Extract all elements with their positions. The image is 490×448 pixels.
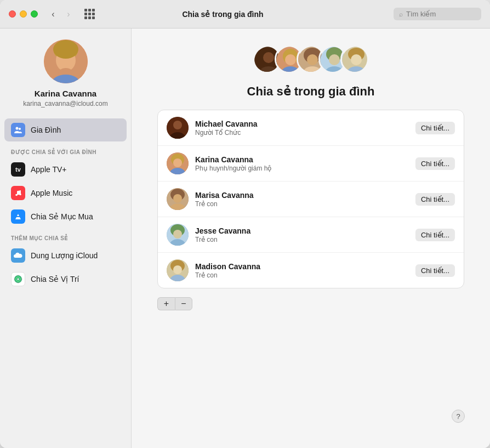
member-role: Trẻ con [195, 236, 409, 243]
svg-point-3 [53, 40, 78, 59]
close-button[interactable] [9, 10, 16, 18]
member-info-jesse: Jesse Cavanna Trẻ con [195, 226, 409, 243]
member-info-marisa: Marisa Cavanna Trẻ con [195, 191, 409, 208]
family-label: Gia Đình [31, 126, 61, 134]
applemusic-label: Apple Music [31, 189, 72, 197]
sidebar-item-icloud[interactable]: Dung Lượng iCloud [4, 244, 127, 267]
remove-member-button[interactable]: − [175, 297, 192, 310]
family-avatars [253, 45, 369, 73]
main-content: Karina Cavanna karina_cavanna@icloud.com… [0, 29, 490, 448]
svg-point-26 [307, 54, 318, 65]
sidebar-item-location[interactable]: Chia Sẻ Vị Trí [4, 268, 127, 291]
member-row: Karina Cavanna Phụ huynh/người giám hộ C… [158, 146, 464, 182]
search-icon: ⌕ [399, 10, 403, 18]
maximize-button[interactable] [31, 10, 38, 18]
minimize-button[interactable] [20, 10, 27, 18]
member-row: Michael Cavanna Người Tổ Chức Chi tiết..… [158, 110, 464, 146]
icloud-icon [11, 248, 25, 263]
add-member-button[interactable]: + [157, 297, 175, 310]
sidebar: Karina Cavanna karina_cavanna@icloud.com… [0, 29, 132, 448]
family-icon [11, 123, 25, 137]
svg-point-8 [15, 194, 18, 196]
purchase-label: Chia Sẻ Mục Mua [31, 212, 93, 221]
member-row: Marisa Cavanna Trẻ con Chi tiết... [158, 182, 464, 217]
location-label: Chia Sẻ Vị Trí [31, 275, 79, 283]
svg-point-45 [173, 194, 182, 203]
svg-point-18 [263, 52, 274, 63]
member-info-michael: Michael Cavanna Người Tổ Chức [195, 120, 409, 137]
detail-wrapper: Chia sẻ trong gia đình Mi [148, 45, 474, 432]
shared-section-label: ĐƯỢC CHIA SẺ VỚI GIA ĐÌNH [4, 143, 127, 157]
member-avatar-marisa [167, 188, 189, 210]
sidebar-item-family[interactable]: Gia Đình [4, 118, 127, 141]
family-avatar-5 [340, 45, 369, 73]
member-role: Người Tổ Chức [195, 129, 409, 137]
avatar [44, 39, 88, 83]
detail-button-michael[interactable]: Chi tiết... [415, 122, 455, 134]
member-avatar-jesse [167, 224, 189, 246]
svg-point-34 [351, 54, 362, 65]
member-info-madison: Madison Cavanna Trẻ con [195, 262, 409, 279]
icloud-label: Dung Lượng iCloud [31, 251, 98, 260]
svg-point-30 [329, 54, 340, 65]
detail-button-jesse[interactable]: Chi tiết... [415, 229, 455, 241]
sidebar-nav: Gia Đình ĐƯỢC CHIA SẺ VỚI GIA ĐÌNH tv Ap… [0, 118, 131, 291]
back-button[interactable]: ‹ [47, 8, 60, 21]
location-icon [11, 272, 25, 286]
member-role: Trẻ con [195, 271, 409, 279]
user-name: Karina Cavanna [35, 89, 96, 98]
appletv-label: Apple TV+ [31, 165, 67, 174]
search-box[interactable]: ⌕ [394, 8, 481, 20]
svg-point-7 [19, 128, 21, 130]
svg-point-12 [18, 279, 19, 280]
app-window: ‹ › Chia sẻ trong gia đình ⌕ [0, 0, 490, 448]
sidebar-item-appletv[interactable]: tv Apple TV+ [4, 158, 127, 181]
members-card: Michael Cavanna Người Tổ Chức Chi tiết..… [157, 110, 464, 288]
user-email: karina_cavanna@icloud.com [23, 100, 107, 107]
add-section-label: THÊM MỤC CHIA SẺ [4, 229, 127, 243]
titlebar: ‹ › Chia sẻ trong gia đình ⌕ [0, 0, 490, 29]
action-buttons: + − [157, 297, 192, 310]
music-icon [11, 186, 25, 200]
svg-point-49 [173, 230, 182, 239]
member-info-karina: Karina Cavanna Phụ huynh/người giám hộ [195, 155, 409, 172]
member-avatar-karina [167, 152, 189, 174]
detail-button-madison[interactable]: Chi tiết... [415, 264, 455, 277]
member-name: Michael Cavanna [195, 120, 409, 128]
member-name: Karina Cavanna [195, 155, 409, 164]
page-title: Chia sẻ trong gia đình [247, 84, 375, 99]
help-button[interactable]: ? [452, 410, 465, 423]
appstore-icon [11, 209, 25, 224]
member-name: Jesse Cavanna [195, 226, 409, 235]
appletv-icon: tv [11, 162, 25, 177]
window-title: Chia sẻ trong gia đình [59, 10, 387, 19]
detail-area: Chia sẻ trong gia đình Mi [132, 29, 490, 448]
user-profile-section: Karina Cavanna karina_cavanna@icloud.com [0, 39, 131, 118]
traffic-lights [9, 10, 38, 18]
member-name: Marisa Cavanna [195, 191, 409, 200]
member-row: Jesse Cavanna Trẻ con Chi tiết... [158, 217, 464, 253]
member-avatar-michael [167, 117, 189, 139]
search-input[interactable] [406, 10, 466, 18]
member-role: Phụ huynh/người giám hộ [195, 165, 409, 172]
svg-point-53 [173, 265, 182, 274]
detail-button-marisa[interactable]: Chi tiết... [415, 193, 455, 206]
member-role: Trẻ con [195, 200, 409, 208]
svg-point-37 [173, 121, 182, 129]
member-row: Madison Cavanna Trẻ con Chi tiết... [158, 253, 464, 288]
member-avatar-madison [167, 259, 189, 281]
sidebar-item-applemusic[interactable]: Apple Music [4, 182, 127, 205]
svg-point-41 [173, 158, 182, 167]
sidebar-item-purchase[interactable]: Chia Sẻ Mục Mua [4, 205, 127, 228]
svg-point-22 [285, 54, 296, 65]
svg-point-9 [19, 194, 21, 196]
svg-point-6 [16, 127, 19, 130]
detail-button-karina[interactable]: Chi tiết... [415, 157, 455, 170]
member-name: Madison Cavanna [195, 262, 409, 271]
